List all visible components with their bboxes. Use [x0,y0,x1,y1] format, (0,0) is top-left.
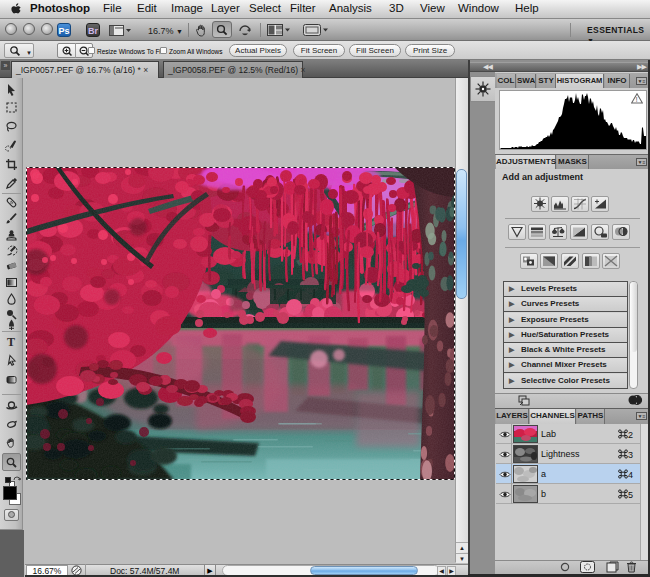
svg-text:!: ! [636,95,638,104]
svg-text:T: T [7,335,15,348]
